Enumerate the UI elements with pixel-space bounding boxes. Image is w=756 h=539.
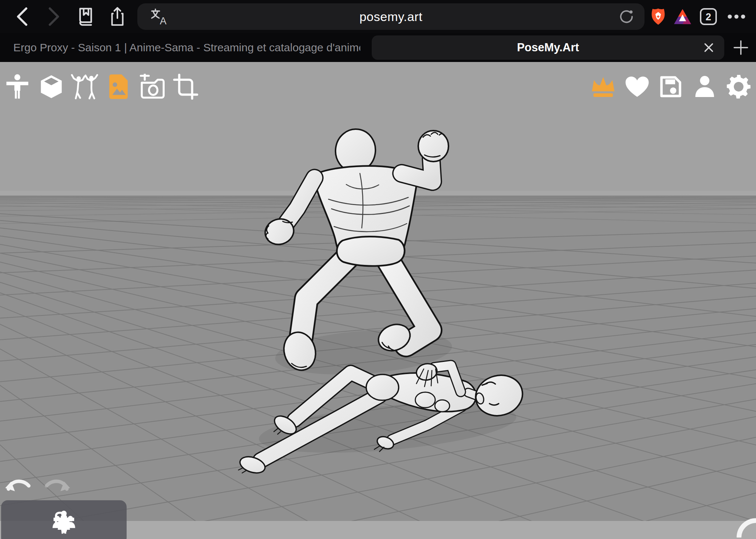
back-icon[interactable]	[11, 0, 33, 33]
export-image-icon[interactable]	[102, 70, 135, 103]
svg-text:2: 2	[705, 11, 711, 23]
add-prop-cube-icon[interactable]	[35, 70, 68, 103]
new-tab-icon[interactable]	[729, 35, 753, 60]
close-tab-icon[interactable]	[698, 35, 719, 60]
active-tab-title: PoseMy.Art	[517, 41, 579, 54]
resize-handle-icon[interactable]	[734, 515, 756, 539]
premium-crown-icon[interactable]	[587, 70, 620, 103]
tab-switcher-icon[interactable]: 2	[697, 0, 720, 33]
camera-plus-icon[interactable]	[135, 70, 168, 103]
favorites-heart-icon[interactable]	[621, 70, 654, 103]
crop-icon[interactable]	[169, 70, 202, 103]
address-bar[interactable]: A posemy.art	[137, 3, 645, 30]
brave-shield-icon[interactable]	[647, 0, 670, 33]
scene-models-panel	[1, 500, 127, 539]
poses-library-icon[interactable]	[68, 70, 101, 103]
url-text[interactable]: posemy.art	[137, 10, 645, 24]
redo-icon[interactable]	[43, 474, 72, 497]
save-icon[interactable]	[654, 70, 687, 103]
share-icon[interactable]	[106, 0, 128, 33]
browser-toolbar: A posemy.art 2	[0, 0, 756, 33]
add-model-icon[interactable]	[1, 70, 34, 103]
tab-posemy-art[interactable]: PoseMy.Art	[372, 35, 724, 60]
model-large-icon[interactable]	[52, 510, 75, 535]
tab-strip: Ergo Proxy - Saison 1 | Anime-Sama - Str…	[0, 33, 756, 62]
account-icon[interactable]	[688, 70, 721, 103]
bookmarks-icon[interactable]	[75, 0, 97, 33]
brave-rewards-icon[interactable]	[671, 0, 694, 33]
tab-anime-sama[interactable]: Ergo Proxy - Saison 1 | Anime-Sama - Str…	[13, 33, 360, 62]
undo-icon[interactable]	[4, 474, 32, 497]
forward-icon[interactable]	[43, 0, 65, 33]
menu-dots-icon[interactable]	[724, 0, 749, 33]
settings-gear-icon[interactable]	[722, 70, 755, 103]
reload-icon[interactable]	[614, 3, 639, 30]
